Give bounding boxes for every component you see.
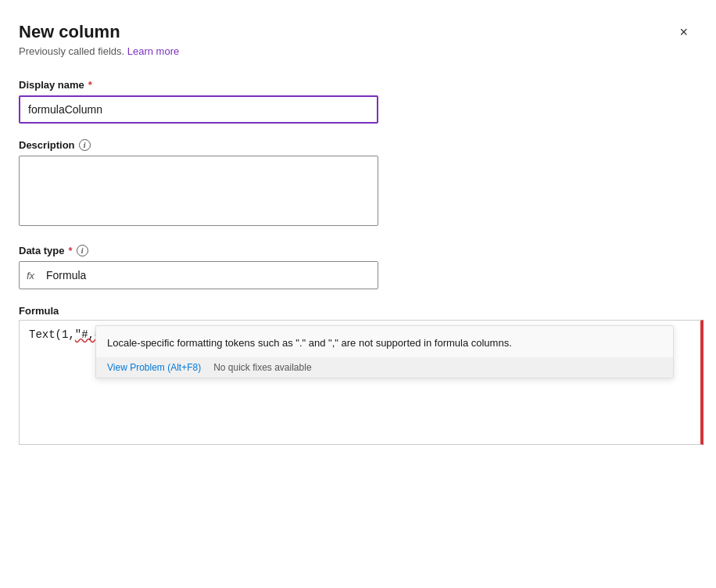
description-info-icon: i bbox=[79, 139, 91, 151]
close-button[interactable]: × bbox=[676, 22, 691, 42]
display-name-section: Display name * bbox=[19, 79, 691, 124]
tooltip-message: Locale-specific formatting tokens such a… bbox=[107, 335, 662, 351]
description-label: Description i bbox=[19, 139, 691, 151]
formula-section: Formula Locale-specific formatting token… bbox=[19, 305, 691, 445]
display-name-label: Display name * bbox=[19, 79, 691, 91]
description-input[interactable] bbox=[19, 156, 378, 226]
data-type-select[interactable]: Formula bbox=[19, 261, 378, 289]
dialog-title: New column bbox=[19, 22, 120, 42]
description-section: Description i bbox=[19, 139, 691, 229]
data-type-label: Data type * i bbox=[19, 245, 691, 256]
view-problem-link[interactable]: View Problem (Alt+F8) bbox=[107, 362, 201, 373]
formula-label: Formula bbox=[19, 305, 59, 317]
no-quick-fixes-label: No quick fixes available bbox=[213, 362, 311, 373]
new-column-dialog: New column × Previously called fields. L… bbox=[0, 0, 716, 588]
data-type-section: Data type * i fx Formula bbox=[19, 245, 691, 289]
dialog-header: New column × bbox=[19, 22, 691, 42]
data-type-required: * bbox=[69, 245, 73, 256]
display-name-input[interactable] bbox=[19, 95, 378, 124]
dialog-subtitle: Previously called fields. Learn more bbox=[19, 45, 691, 57]
learn-more-link[interactable]: Learn more bbox=[127, 45, 179, 57]
tooltip-popup: Locale-specific formatting tokens such a… bbox=[95, 325, 674, 378]
data-type-wrapper: fx Formula bbox=[19, 261, 378, 289]
display-name-required: * bbox=[88, 79, 92, 91]
tooltip-actions: View Problem (Alt+F8) No quick fixes ava… bbox=[96, 357, 673, 378]
formula-section-header: Formula Locale-specific formatting token… bbox=[19, 305, 691, 317]
data-type-info-icon: i bbox=[77, 245, 88, 256]
